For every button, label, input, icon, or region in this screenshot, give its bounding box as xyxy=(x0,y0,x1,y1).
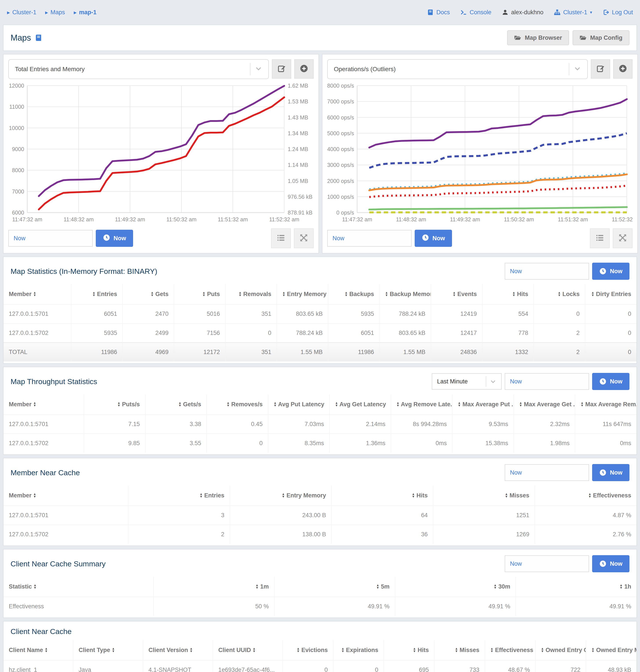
now-button[interactable]: Now xyxy=(592,373,629,390)
expand-chart-button[interactable] xyxy=(294,229,314,248)
add-chart-button[interactable] xyxy=(613,59,632,78)
edit-chart-button[interactable] xyxy=(272,59,291,78)
column-header-member[interactable]: Member ▲▼ xyxy=(3,485,128,506)
time-input[interactable] xyxy=(505,373,589,390)
time-input[interactable] xyxy=(505,555,589,572)
column-header-evictions[interactable]: ▲▼ Evictions xyxy=(283,640,333,660)
nav-log-out[interactable]: Log Out xyxy=(603,9,633,16)
svg-text:11:52:32 am: 11:52:32 am xyxy=(612,216,632,222)
column-header-5m[interactable]: ▲▼ 5m xyxy=(274,577,395,597)
map-config-button[interactable]: Map Config xyxy=(572,30,629,45)
column-header-entry-memory[interactable]: ▲▼ Entry Memory xyxy=(230,485,332,506)
expand-chart-button[interactable] xyxy=(613,229,632,248)
legend-list-button[interactable] xyxy=(590,229,610,248)
edit-chart-button[interactable] xyxy=(591,59,610,78)
column-header-owned-entry-me[interactable]: ▲▼ Owned Entry Me... xyxy=(586,640,637,660)
column-header-hits[interactable]: ▲▼ Hits xyxy=(482,284,534,304)
now-button[interactable]: Now xyxy=(592,464,629,481)
breadcrumb-item-map-1[interactable]: ▶map-1 xyxy=(74,9,97,16)
cell: 803.65 kB xyxy=(277,304,328,323)
time-input[interactable] xyxy=(327,230,411,247)
sort-icon: ▲▼ xyxy=(396,401,399,407)
caret-right-icon: ▶ xyxy=(7,10,10,15)
cell: 36 xyxy=(331,525,433,544)
column-header-max-average-get[interactable]: ▲▼ Max Average Get ... xyxy=(514,394,575,414)
column-header-avg-put-latency[interactable]: ▲▼ Avg Put Latency xyxy=(268,394,330,414)
nav-console[interactable]: Console xyxy=(460,9,491,16)
nav-cluster-1[interactable]: Cluster-1▾ xyxy=(554,9,592,16)
now-button[interactable]: Now xyxy=(414,230,452,247)
column-header-member[interactable]: Member ▲▼ xyxy=(3,284,71,304)
now-button[interactable]: Now xyxy=(592,555,629,572)
map-browser-button[interactable]: Map Browser xyxy=(507,30,569,45)
breadcrumb-item-maps[interactable]: ▶Maps xyxy=(45,9,65,16)
nav-docs[interactable]: Docs xyxy=(427,9,450,16)
table-row[interactable]: hz.client_1Java4.1-SNAPSHOT1e693de7-65ac… xyxy=(3,660,637,672)
column-header-client-name[interactable]: Client Name ▲▼ xyxy=(3,640,73,660)
breadcrumb-item-cluster-1[interactable]: ▶Cluster-1 xyxy=(7,9,37,16)
add-chart-button[interactable] xyxy=(294,59,314,78)
column-header-puts[interactable]: ▲▼ Puts xyxy=(174,284,226,304)
column-header-effectiveness[interactable]: ▲▼ Effectiveness xyxy=(485,640,536,660)
time-input[interactable] xyxy=(505,263,589,280)
sort-icon: ▲▼ xyxy=(541,647,544,653)
column-header-client-uuid[interactable]: Client UUID ▲▼ xyxy=(213,640,283,660)
column-header-gets[interactable]: ▲▼ Gets xyxy=(122,284,174,304)
cell: TOTAL xyxy=(3,342,71,362)
header-label: Misses xyxy=(460,647,479,653)
column-header-client-type[interactable]: Client Type ▲▼ xyxy=(73,640,143,660)
table-row[interactable]: 127.0.0.1:5701605124705016351803.65 kB59… xyxy=(3,304,637,323)
column-header-entry-memory[interactable]: ▲▼ Entry Memory xyxy=(277,284,328,304)
column-header-client-version[interactable]: Client Version ▲▼ xyxy=(143,640,213,660)
svg-text:11:48:32 am: 11:48:32 am xyxy=(396,216,426,222)
section-map-throughput-statistics: Map Throughput StatisticsLast MinuteNowM… xyxy=(3,367,637,455)
column-header-owned-entry-co[interactable]: ▲▼ Owned Entry Co... xyxy=(536,640,586,660)
nav-alex-dukhno[interactable]: alex-dukhno xyxy=(502,9,543,16)
sort-icon: ▲▼ xyxy=(512,291,515,297)
table-row[interactable]: Effectiveness50 %49.91 %49.91 %49.91 % xyxy=(3,597,637,616)
legend-list-button[interactable] xyxy=(271,229,291,248)
chart-panel-entries-memory: Total Entries and Memory 11:47:32 am11:4… xyxy=(3,54,319,253)
column-header-misses[interactable]: ▲▼ Misses xyxy=(433,485,535,506)
chart-select[interactable]: Total Entries and Memory xyxy=(8,59,269,79)
column-header-removals[interactable]: ▲▼ Removals xyxy=(226,284,277,304)
interval-select[interactable]: Last Minute xyxy=(432,373,501,390)
column-header-entries[interactable]: ▲▼ Entries xyxy=(128,485,230,506)
time-input[interactable] xyxy=(505,464,589,481)
column-header-dirty-entries[interactable]: ▲▼ Dirty Entries xyxy=(585,284,637,304)
column-header-misses[interactable]: ▲▼ Misses xyxy=(434,640,485,660)
column-header-1m[interactable]: ▲▼ 1m xyxy=(154,577,274,597)
column-header-backups[interactable]: ▲▼ Backups xyxy=(328,284,379,304)
column-header-gets-s[interactable]: ▲▼ Gets/s xyxy=(145,394,207,414)
column-header-avg-get-latency[interactable]: ▲▼ Avg Get Latency xyxy=(330,394,391,414)
column-header-30m[interactable]: ▲▼ 30m xyxy=(395,577,516,597)
column-header-removes-s[interactable]: ▲▼ Removes/s xyxy=(207,394,268,414)
column-header-puts-s[interactable]: ▲▼ Puts/s xyxy=(84,394,145,414)
series-blue-dashed xyxy=(369,133,627,168)
column-header-entries[interactable]: ▲▼ Entries xyxy=(71,284,122,304)
column-header-statistic[interactable]: Statistic ▲▼ xyxy=(3,577,154,597)
column-header-locks[interactable]: ▲▼ Locks xyxy=(534,284,585,304)
column-header-effectiveness[interactable]: ▲▼ Effectiveness xyxy=(535,485,637,506)
now-button[interactable]: Now xyxy=(592,263,629,280)
table-row[interactable]: 127.0.0.1:57017.153.380.457.03ms2.14ms8s… xyxy=(3,414,637,434)
column-header-hits[interactable]: ▲▼ Hits xyxy=(384,640,434,660)
table-row[interactable]: 127.0.0.1:57022138.00 B3612692.76 % xyxy=(3,525,637,544)
column-header-avg-remove-late[interactable]: ▲▼ Avg Remove Late... xyxy=(391,394,452,414)
table-row[interactable]: 127.0.0.1:57029.853.5508.35ms1.36ms0ms15… xyxy=(3,434,637,453)
column-header-1h[interactable]: ▲▼ 1h xyxy=(516,577,637,597)
column-header-member[interactable]: Member ▲▼ xyxy=(3,394,84,414)
table-row[interactable]: 127.0.0.1:57013243.00 B6412514.87 % xyxy=(3,506,637,525)
column-header-hits[interactable]: ▲▼ Hits xyxy=(331,485,433,506)
column-header-max-average-put[interactable]: ▲▼ Max Average Put ... xyxy=(452,394,514,414)
column-header-max-average-rem[interactable]: ▲▼ Max Average Rem... xyxy=(575,394,637,414)
column-header-expirations[interactable]: ▲▼ Expirations xyxy=(333,640,384,660)
table-row[interactable]: 127.0.0.1:57025935249971560788.24 kB6051… xyxy=(3,323,637,342)
column-header-backup-memory[interactable]: ▲▼ Backup Memory xyxy=(379,284,431,304)
time-input[interactable] xyxy=(8,230,93,247)
cell: 6051 xyxy=(328,323,379,342)
now-button-label: Now xyxy=(610,268,622,275)
chart-select[interactable]: Operations/s (Outliers) xyxy=(327,59,588,79)
now-button[interactable]: Now xyxy=(96,230,133,247)
column-header-events[interactable]: ▲▼ Events xyxy=(431,284,482,304)
